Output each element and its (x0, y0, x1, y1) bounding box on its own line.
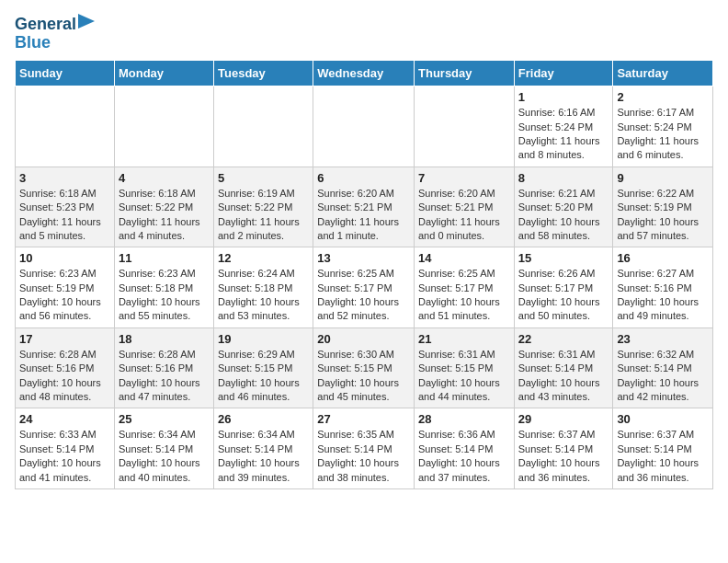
weekday-header: Tuesday (214, 61, 313, 86)
day-info: Sunrise: 6:19 AM Sunset: 5:22 PM Dayligh… (218, 187, 309, 244)
weekday-header: Monday (114, 61, 213, 86)
day-info: Sunrise: 6:35 AM Sunset: 5:14 PM Dayligh… (317, 428, 410, 485)
day-number: 23 (617, 332, 709, 346)
weekday-header: Sunday (16, 61, 115, 86)
day-info: Sunrise: 6:16 AM Sunset: 5:24 PM Dayligh… (518, 106, 609, 163)
day-number: 25 (119, 412, 210, 426)
calendar-day-cell: 7Sunrise: 6:20 AM Sunset: 5:21 PM Daylig… (415, 167, 515, 247)
calendar-day-cell: 1Sunrise: 6:16 AM Sunset: 5:24 PM Daylig… (514, 86, 613, 167)
day-info: Sunrise: 6:32 AM Sunset: 5:14 PM Dayligh… (617, 348, 709, 405)
calendar-day-cell: 25Sunrise: 6:34 AM Sunset: 5:14 PM Dayli… (114, 408, 213, 489)
calendar-day-cell: 16Sunrise: 6:27 AM Sunset: 5:16 PM Dayli… (613, 247, 713, 328)
calendar-week-row: 17Sunrise: 6:28 AM Sunset: 5:16 PM Dayli… (16, 327, 713, 408)
day-info: Sunrise: 6:23 AM Sunset: 5:19 PM Dayligh… (19, 267, 110, 324)
calendar-day-cell: 5Sunrise: 6:19 AM Sunset: 5:22 PM Daylig… (214, 167, 313, 247)
logo-blue-text: Blue (15, 33, 51, 53)
day-info: Sunrise: 6:17 AM Sunset: 5:24 PM Dayligh… (617, 106, 709, 163)
day-number: 21 (418, 332, 510, 346)
svg-marker-0 (78, 14, 95, 29)
day-number: 14 (418, 251, 510, 265)
day-info: Sunrise: 6:37 AM Sunset: 5:14 PM Dayligh… (518, 428, 609, 485)
day-number: 3 (19, 171, 110, 185)
day-info: Sunrise: 6:25 AM Sunset: 5:17 PM Dayligh… (418, 267, 510, 324)
day-info: Sunrise: 6:21 AM Sunset: 5:20 PM Dayligh… (518, 187, 609, 244)
calendar-day-cell: 27Sunrise: 6:35 AM Sunset: 5:14 PM Dayli… (313, 408, 415, 489)
day-info: Sunrise: 6:25 AM Sunset: 5:17 PM Dayligh… (317, 267, 410, 324)
weekday-header: Friday (514, 61, 613, 86)
day-info: Sunrise: 6:20 AM Sunset: 5:21 PM Dayligh… (317, 187, 410, 244)
day-info: Sunrise: 6:33 AM Sunset: 5:14 PM Dayligh… (19, 428, 110, 485)
day-number: 24 (19, 412, 110, 426)
calendar-day-cell: 24Sunrise: 6:33 AM Sunset: 5:14 PM Dayli… (16, 408, 115, 489)
calendar-day-cell: 28Sunrise: 6:36 AM Sunset: 5:14 PM Dayli… (415, 408, 515, 489)
day-number: 30 (617, 412, 709, 426)
day-info: Sunrise: 6:30 AM Sunset: 5:15 PM Dayligh… (317, 348, 410, 405)
day-number: 20 (317, 332, 410, 346)
calendar-table: SundayMondayTuesdayWednesdayThursdayFrid… (15, 60, 713, 489)
day-number: 17 (19, 332, 110, 346)
weekday-header: Thursday (415, 61, 515, 86)
weekday-header: Saturday (613, 61, 713, 86)
day-number: 1 (518, 90, 609, 104)
day-info: Sunrise: 6:23 AM Sunset: 5:18 PM Dayligh… (119, 267, 210, 324)
day-number: 11 (119, 251, 210, 265)
calendar-day-cell: 14Sunrise: 6:25 AM Sunset: 5:17 PM Dayli… (415, 247, 515, 328)
day-number: 15 (518, 251, 609, 265)
calendar-day-cell: 21Sunrise: 6:31 AM Sunset: 5:15 PM Dayli… (415, 327, 515, 408)
day-number: 12 (218, 251, 309, 265)
logo: General Blue (15, 15, 95, 52)
day-number: 26 (218, 412, 309, 426)
day-info: Sunrise: 6:27 AM Sunset: 5:16 PM Dayligh… (617, 267, 709, 324)
weekday-header: Wednesday (313, 61, 415, 86)
day-number: 5 (218, 171, 309, 185)
calendar-day-cell: 30Sunrise: 6:37 AM Sunset: 5:14 PM Dayli… (613, 408, 713, 489)
day-info: Sunrise: 6:18 AM Sunset: 5:23 PM Dayligh… (19, 187, 110, 244)
calendar-day-cell: 17Sunrise: 6:28 AM Sunset: 5:16 PM Dayli… (16, 327, 115, 408)
calendar-day-cell: 3Sunrise: 6:18 AM Sunset: 5:23 PM Daylig… (16, 167, 115, 247)
calendar-header-row: SundayMondayTuesdayWednesdayThursdayFrid… (16, 61, 713, 86)
calendar-day-cell: 9Sunrise: 6:22 AM Sunset: 5:19 PM Daylig… (613, 167, 713, 247)
day-info: Sunrise: 6:24 AM Sunset: 5:18 PM Dayligh… (218, 267, 309, 324)
day-info: Sunrise: 6:18 AM Sunset: 5:22 PM Dayligh… (119, 187, 210, 244)
calendar-week-row: 3Sunrise: 6:18 AM Sunset: 5:23 PM Daylig… (16, 167, 713, 247)
calendar-day-cell: 8Sunrise: 6:21 AM Sunset: 5:20 PM Daylig… (514, 167, 613, 247)
calendar-week-row: 24Sunrise: 6:33 AM Sunset: 5:14 PM Dayli… (16, 408, 713, 489)
day-info: Sunrise: 6:29 AM Sunset: 5:15 PM Dayligh… (218, 348, 309, 405)
calendar-day-cell: 4Sunrise: 6:18 AM Sunset: 5:22 PM Daylig… (114, 167, 213, 247)
day-number: 7 (418, 171, 510, 185)
day-info: Sunrise: 6:26 AM Sunset: 5:17 PM Dayligh… (518, 267, 609, 324)
page-header: General Blue (15, 15, 713, 52)
day-number: 6 (317, 171, 410, 185)
calendar-day-cell: 18Sunrise: 6:28 AM Sunset: 5:16 PM Dayli… (114, 327, 213, 408)
calendar-day-cell: 19Sunrise: 6:29 AM Sunset: 5:15 PM Dayli… (214, 327, 313, 408)
calendar-day-cell: 11Sunrise: 6:23 AM Sunset: 5:18 PM Dayli… (114, 247, 213, 328)
day-number: 10 (19, 251, 110, 265)
calendar-day-cell: 20Sunrise: 6:30 AM Sunset: 5:15 PM Dayli… (313, 327, 415, 408)
calendar-day-cell: 22Sunrise: 6:31 AM Sunset: 5:14 PM Dayli… (514, 327, 613, 408)
calendar-day-cell (415, 86, 515, 167)
calendar-day-cell: 23Sunrise: 6:32 AM Sunset: 5:14 PM Dayli… (613, 327, 713, 408)
day-info: Sunrise: 6:36 AM Sunset: 5:14 PM Dayligh… (418, 428, 510, 485)
day-info: Sunrise: 6:20 AM Sunset: 5:21 PM Dayligh… (418, 187, 510, 244)
day-number: 18 (119, 332, 210, 346)
day-number: 28 (418, 412, 510, 426)
day-number: 19 (218, 332, 309, 346)
day-number: 4 (119, 171, 210, 185)
calendar-day-cell: 2Sunrise: 6:17 AM Sunset: 5:24 PM Daylig… (613, 86, 713, 167)
day-number: 29 (518, 412, 609, 426)
day-number: 2 (617, 90, 709, 104)
calendar-day-cell: 12Sunrise: 6:24 AM Sunset: 5:18 PM Dayli… (214, 247, 313, 328)
logo-text: General (15, 15, 76, 35)
day-info: Sunrise: 6:34 AM Sunset: 5:14 PM Dayligh… (218, 428, 309, 485)
day-number: 9 (617, 171, 709, 185)
day-number: 8 (518, 171, 609, 185)
day-info: Sunrise: 6:34 AM Sunset: 5:14 PM Dayligh… (119, 428, 210, 485)
day-info: Sunrise: 6:22 AM Sunset: 5:19 PM Dayligh… (617, 187, 709, 244)
calendar-day-cell: 26Sunrise: 6:34 AM Sunset: 5:14 PM Dayli… (214, 408, 313, 489)
day-info: Sunrise: 6:28 AM Sunset: 5:16 PM Dayligh… (19, 348, 110, 405)
day-info: Sunrise: 6:37 AM Sunset: 5:14 PM Dayligh… (617, 428, 709, 485)
calendar-day-cell: 10Sunrise: 6:23 AM Sunset: 5:19 PM Dayli… (16, 247, 115, 328)
day-number: 16 (617, 251, 709, 265)
calendar-day-cell (114, 86, 213, 167)
day-number: 13 (317, 251, 410, 265)
